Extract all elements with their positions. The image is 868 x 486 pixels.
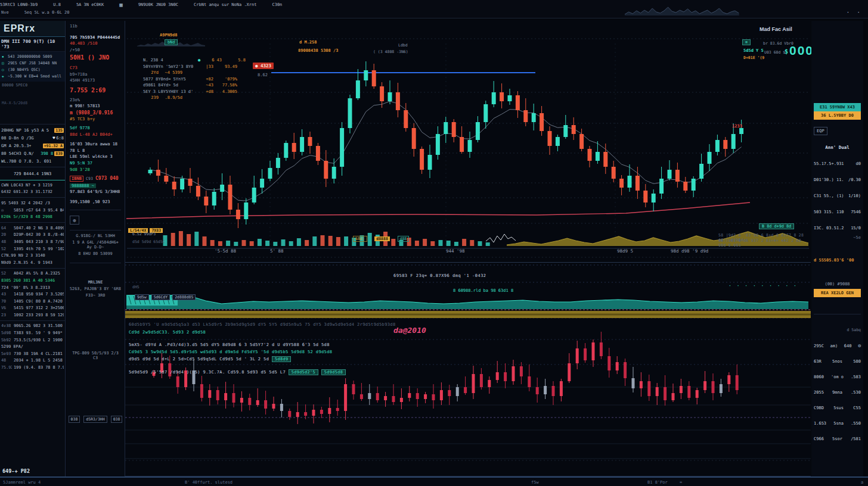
level-row[interactable]: 2055 9mna .530: [814, 390, 861, 395]
timeframe-pill[interactable]: bNd: [165, 39, 178, 45]
legend-row[interactable]: 50YnY0Yn '5mY2'3 8Y0 |33 93.49: [143, 64, 247, 70]
submenu-item-2[interactable]: 5eq 5L w.a 0-6L 20: [24, 10, 70, 15]
menu-item-4[interactable]: 9N9U0K JNU0 3N0C: [138, 2, 178, 7]
status-right-2[interactable]: =: [680, 480, 682, 485]
quote-pill[interactable]: ≡: [742, 39, 751, 45]
grid-icon[interactable]: ▦: [119, 2, 122, 8]
position-row[interactable]: d 55505.03'6 '00: [814, 258, 861, 263]
footer-badge[interactable]: 038: [69, 416, 80, 423]
table-row[interactable]: 95 5403 32 4 2042 /3: [0, 200, 65, 207]
stat-badge[interactable]: 135: [54, 128, 64, 133]
option-row[interactable]: ◫ 29E5 CNF J58 34048 NN: [0, 60, 65, 66]
stat-row[interactable]: 20HHG NP 16 y53 A 5 135: [0, 126, 65, 134]
stat-row[interactable]: 08 D-8n O /3G ♥ 6:8: [0, 134, 65, 142]
table-row[interactable]: N9d9 2.N.35 4. 9 1943: [0, 259, 65, 266]
session-teal-badge[interactable]: B 8d d+9d 8d: [759, 223, 794, 229]
table-row[interactable]: 6432 691.32 3 31.1732: [0, 189, 65, 196]
option-row[interactable]: ▪ 543 20000000b0 5009: [0, 53, 65, 60]
menu-item-2[interactable]: U.8: [53, 2, 61, 7]
stat-badge[interactable]: +91.32 A: [43, 144, 64, 148]
book-more-label[interactable]: ~5e: [814, 235, 861, 240]
table-row[interactable]: 431418 950 934 7 3.5205: [0, 291, 65, 298]
plus-target-icon[interactable]: ⊕: [70, 216, 79, 225]
menu-item-3[interactable]: 5A 3N eC0KK: [76, 2, 104, 7]
table-row[interactable]: 5d98T383 93. 59 ' 9 949*: [0, 329, 65, 337]
ticker-symbol[interactable]: EPRrx: [0, 21, 65, 37]
stat-row[interactable]: WL.780 O 7.8. 3. 691: [0, 157, 65, 165]
table-row[interactable]: 521395 4th 70 5 99 '102: [0, 245, 65, 253]
marker-pill-3[interactable]: d88: [398, 236, 410, 242]
marker-pill-1[interactable]: 68d|: [353, 236, 367, 242]
table-row[interactable]: 75.92199 (9.4. 83 78 8 7.9%: [0, 364, 65, 371]
level-row[interactable]: 63R 5nos 580: [814, 359, 861, 364]
strip-pill[interactable]: 9d5w: [135, 294, 149, 300]
strip-pill[interactable]: 5d6CdY: [151, 294, 170, 300]
more-dots-icon[interactable]: · ·: [847, 10, 862, 15]
teal-highlight-value[interactable]: 9888888 ~: [70, 183, 96, 188]
book-row[interactable]: 503 315. 110 7546: [814, 210, 861, 214]
legend-row[interactable]: 2Yd ~4 5399: [143, 70, 247, 76]
legend-row[interactable]: d9861 84Yd> 5d ~43 77.58%: [143, 82, 247, 89]
alert-banner[interactable]: REA XE2LO GEN: [814, 289, 861, 297]
ibnb-badge[interactable]: IBNB: [70, 176, 83, 182]
legend-row[interactable]: 5EY 3 L0Y5YH8Y 13 d' +d8 4.3005: [143, 89, 247, 95]
news-row-2[interactable]: 5mX5- d9Yd A .Pd3/4d)3.d5 5d5 dY5 8d9d8 …: [129, 342, 330, 347]
menu-item-6[interactable]: C30n: [272, 2, 282, 7]
book-row[interactable]: D01'30.) 11. /0.30: [814, 177, 861, 182]
level-row[interactable]: 295C am) 640 ⚙: [814, 343, 861, 348]
option-row[interactable]: ◈ ~5.300 W EB=4 5mod wall: [0, 73, 65, 79]
option-row[interactable]: ○ (30 N04Y5 Q5C): [0, 66, 65, 73]
news-row-3[interactable]: d9d5 d9d 5d d+L 2 5d>Cd5 5d9q5dL Cd9d5 5…: [129, 356, 291, 362]
table-row[interactable]: 5b92753.5(5/930 L 2 1900: [0, 337, 65, 344]
table-row[interactable]: 231092 233 293 8 59 1296: [0, 311, 65, 319]
lower-candlestick-chart[interactable]: [125, 319, 811, 471]
stat-row[interactable]: GM A 20.5.3+ +91.32 A: [0, 142, 65, 149]
footer-badge[interactable]: d5R3/3HH: [83, 416, 107, 423]
footer-badge[interactable]: 038: [111, 416, 123, 423]
table-row[interactable]: 482034 + 1.98 L 5 2458: [0, 357, 65, 364]
main-candlestick-chart[interactable]: '5-5d 885' 88944 '9898d9 598d d98 '9 d9d: [125, 20, 811, 262]
level-row[interactable]: C966 5sor /581: [814, 437, 861, 441]
table-row[interactable]: 52A042 A% 5% 8 A.2325: [0, 270, 65, 278]
strip-pill[interactable]: 2d888d85: [172, 294, 196, 300]
table-row[interactable]: 5e93730 38 19A 4 CL.2181: [0, 350, 65, 357]
table-row[interactable]: 724 '99' 8% 3 8.2313: [0, 284, 65, 291]
sell-banner[interactable]: 36 L.5Y0BY D0: [814, 111, 861, 120]
heart-icon[interactable]: ♥: [52, 136, 55, 141]
menu-item-1[interactable]: 53RtC3 L0N0-3b9: [0, 2, 38, 7]
stat-row[interactable]: 80 54CH3 Q.N/ 398 8 839: [0, 149, 65, 157]
level-row[interactable]: 8060 'om o .583: [814, 375, 861, 379]
news-row-3-badge[interactable]: 5d8d9: [272, 356, 291, 362]
gear-icon[interactable]: ⚙: [858, 343, 861, 348]
marker-pill-2[interactable]: d8888: [374, 236, 390, 241]
book-row[interactable]: I3C. 03.51.2 15/0: [814, 226, 861, 230]
table-row[interactable]: E20k 5r/329 8 48 2998: [0, 213, 65, 220]
table-row[interactable]: 20D29P-042 30 3 8./8-40: [0, 232, 65, 239]
news-row-4[interactable]: 5d9d5d9 /5'5d7 /d9d4 )( 5) 9.3C.7A. Cd59…: [129, 369, 346, 375]
chart-indicator-tag[interactable]: A9PN9d8: [160, 33, 178, 38]
table-row[interactable]: ◎5853 rG7 64 3 95.4 B4G: [0, 207, 65, 214]
table-row[interactable]: 645047.40 2 N6 3 8.4099: [0, 225, 65, 232]
news-row-1[interactable]: 60d5b9Y5 'U m9d5d5q5a3 d53 Lk5d9r5 2b9m5…: [129, 322, 396, 327]
table-row[interactable]: CWN L0C43 N? + 3 1219: [0, 182, 65, 189]
legend-row[interactable]: 5877 8Y0nd= 5YnY5 +82 '079%: [143, 76, 247, 83]
table-row[interactable]: 4v389065.26 982 3 31.500: [0, 323, 65, 330]
table-row[interactable]: 483405 043 210 3 8 7/9L: [0, 238, 65, 245]
order-type-box[interactable]: EQP: [814, 127, 827, 135]
table-row[interactable]: C7N.99 N9 2 3 3140: [0, 252, 65, 259]
submenu-item-1[interactable]: Nve: [1, 10, 9, 15]
book-row[interactable]: 55.17.5+.931 d0: [814, 161, 861, 166]
buy-banner[interactable]: E31 59YN0W X43: [814, 103, 861, 111]
price-alert-flag[interactable]: ● 4323: [253, 63, 274, 69]
news-row-4-badge-2[interactable]: 5d9d5d8: [321, 369, 346, 375]
legend-row[interactable]: N. 238 4 ● 6 43 5.8: [143, 57, 247, 64]
menu-item-5[interactable]: CrbNt anqu sur NoNa .Xrnt: [194, 2, 256, 7]
book-row[interactable]: C31 55., (1) 1/10): [814, 194, 861, 198]
table-row[interactable]: 8305 260 381 A 40 5346: [0, 277, 65, 284]
table-row[interactable]: 5299 EPA/: [0, 343, 65, 350]
legend-row[interactable]: 239 .8.9/5d: [143, 95, 247, 101]
table-row[interactable]: 701405 C9( 80 8 A.7420: [0, 298, 65, 305]
level-row[interactable]: 1.653 5sna .550: [814, 421, 861, 426]
table-row[interactable]: V65415 977 312 2 3+2500: [0, 305, 65, 312]
level-row[interactable]: C9BD 5sus C55: [814, 406, 861, 410]
